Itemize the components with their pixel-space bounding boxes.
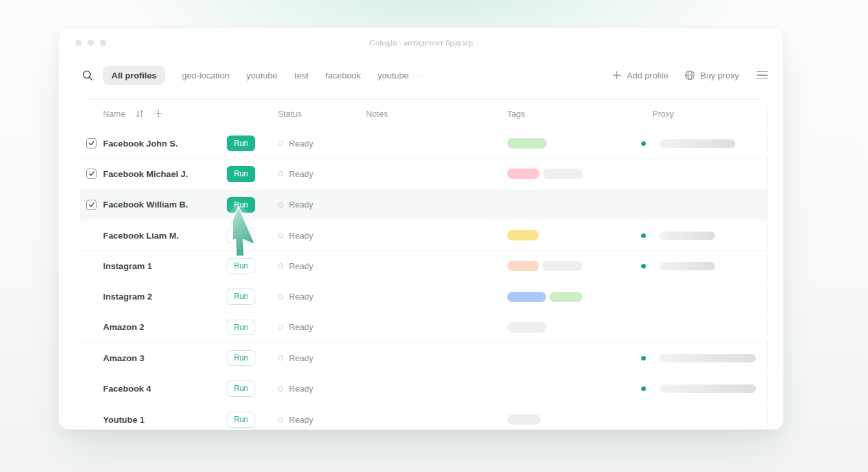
status-cell: Ready bbox=[276, 200, 361, 209]
profiles-table: Name Status Note bbox=[80, 99, 768, 430]
proxy-status-dot bbox=[641, 141, 646, 146]
run-button[interactable]: Run bbox=[227, 412, 255, 427]
tag-pill bbox=[507, 138, 547, 148]
add-profile-label: Add profile bbox=[626, 71, 668, 80]
run-button[interactable]: Run bbox=[227, 228, 255, 243]
proxy-placeholder-bar bbox=[659, 354, 756, 362]
run-button[interactable]: Run bbox=[227, 289, 255, 304]
status-cell: Ready bbox=[276, 139, 361, 148]
status-label: Ready bbox=[289, 353, 314, 363]
tab-youtube-2[interactable]: youtube bbox=[246, 66, 277, 85]
status-cell: Ready bbox=[276, 322, 361, 332]
proxy-cell bbox=[640, 231, 767, 240]
tags-cell bbox=[507, 138, 640, 148]
proxy-cell bbox=[640, 354, 767, 362]
run-button[interactable]: Run bbox=[227, 197, 255, 213]
table-row[interactable]: Facebook Liam M. Run Ready bbox=[80, 220, 767, 251]
profile-name: Facebook Michael J. bbox=[103, 169, 227, 179]
table-row[interactable]: Instagram 1 Run Ready bbox=[80, 251, 767, 281]
menu-button[interactable] bbox=[755, 70, 769, 81]
table-header: Name Status Note bbox=[80, 100, 767, 128]
titlebar: Gologin - антидетект браузер bbox=[59, 28, 783, 58]
plus-icon bbox=[154, 109, 163, 119]
tab-facebook-4[interactable]: facebook bbox=[325, 66, 361, 85]
status-label: Ready bbox=[289, 261, 314, 271]
tags-cell bbox=[507, 322, 640, 333]
column-header-status[interactable]: Status bbox=[276, 109, 361, 119]
tag-pill bbox=[507, 414, 541, 425]
plus-icon bbox=[612, 71, 621, 80]
tags-cell bbox=[507, 292, 640, 302]
run-button[interactable]: Run bbox=[227, 258, 255, 274]
run-button[interactable]: Run bbox=[227, 166, 255, 182]
status-ring-icon bbox=[278, 325, 283, 330]
tab-youtube-5[interactable]: youtube bbox=[378, 66, 409, 85]
row-checkbox[interactable] bbox=[86, 138, 97, 148]
status-label: Ready bbox=[289, 231, 314, 241]
proxy-status-dot bbox=[641, 264, 646, 268]
run-button[interactable]: Run bbox=[227, 136, 255, 151]
tab-all-profiles-0[interactable]: All profiles bbox=[103, 66, 165, 85]
add-profile-button[interactable]: Add profile bbox=[612, 71, 668, 80]
proxy-status-dot bbox=[641, 386, 646, 391]
hamburger-icon bbox=[757, 71, 768, 73]
more-tabs-button[interactable]: ··· bbox=[413, 71, 425, 80]
status-ring-icon bbox=[278, 171, 283, 176]
toolbar-actions: Add profile Buy proxy bbox=[612, 70, 769, 81]
column-header-tags[interactable]: Tags bbox=[507, 109, 640, 119]
buy-proxy-label: Buy proxy bbox=[700, 71, 739, 80]
tag-pill bbox=[542, 261, 582, 271]
tab-test-3[interactable]: test bbox=[294, 66, 308, 85]
run-button[interactable]: Run bbox=[227, 350, 255, 366]
profile-name: Facebook Liam M. bbox=[103, 231, 227, 241]
tag-pill bbox=[507, 322, 547, 333]
search-icon bbox=[82, 70, 93, 81]
column-header-notes[interactable]: Notes bbox=[361, 109, 507, 119]
search-button[interactable] bbox=[82, 70, 93, 81]
table-row[interactable]: Amazon 2 Run Ready bbox=[80, 313, 767, 343]
table-row[interactable]: Facebook 4 Run Ready bbox=[80, 373, 767, 404]
table-row[interactable]: Facebook John S. Run Ready bbox=[80, 128, 767, 159]
status-ring-icon bbox=[278, 233, 283, 238]
tag-pill bbox=[507, 292, 546, 302]
tag-pill bbox=[549, 292, 582, 302]
buy-proxy-button[interactable]: Buy proxy bbox=[685, 70, 739, 80]
status-ring-icon bbox=[278, 355, 283, 360]
status-cell: Ready bbox=[276, 169, 361, 179]
profile-name: Facebook William B. bbox=[103, 200, 227, 209]
profile-name: Amazon 3 bbox=[103, 353, 227, 363]
proxy-placeholder-bar bbox=[659, 384, 756, 393]
add-column-button[interactable] bbox=[154, 109, 163, 119]
table-row[interactable]: Instagram 2 Run Ready bbox=[80, 281, 767, 312]
table-row[interactable]: Facebook William B. Run Ready bbox=[80, 190, 767, 220]
row-checkbox[interactable] bbox=[86, 200, 97, 210]
run-button[interactable]: Run bbox=[227, 320, 255, 335]
table-body: Facebook John S. Run Ready Facebook Mich… bbox=[80, 128, 767, 430]
proxy-placeholder-bar bbox=[659, 262, 715, 270]
table-row[interactable]: Facebook Michael J. Run Ready bbox=[80, 159, 767, 189]
checkmark-icon bbox=[89, 141, 95, 146]
status-ring-icon bbox=[278, 202, 283, 207]
checkmark-icon bbox=[89, 171, 95, 176]
column-header-name[interactable]: Name bbox=[103, 109, 126, 119]
column-header-proxy[interactable]: Proxy bbox=[640, 109, 767, 119]
proxy-status-dot bbox=[641, 233, 646, 238]
status-label: Ready bbox=[289, 292, 314, 301]
status-cell: Ready bbox=[276, 292, 361, 301]
proxy-cell bbox=[640, 384, 767, 393]
app-window: Gologin - антидетект браузер All profile… bbox=[58, 27, 784, 430]
row-checkbox[interactable] bbox=[86, 169, 97, 179]
tags-cell bbox=[507, 261, 640, 271]
table-row[interactable]: Amazon 3 Run Ready bbox=[80, 343, 767, 373]
profile-name: Instagram 1 bbox=[103, 261, 227, 271]
profile-name: Facebook John S. bbox=[103, 139, 227, 148]
table-row[interactable]: Youtube 1 Run Ready bbox=[80, 405, 767, 430]
tab-geo-location-1[interactable]: geo-location bbox=[182, 66, 230, 85]
proxy-cell bbox=[640, 262, 767, 270]
sort-button[interactable] bbox=[135, 110, 144, 118]
globe-icon bbox=[685, 70, 695, 80]
profile-name: Youtube 1 bbox=[103, 415, 227, 425]
tag-pill bbox=[507, 169, 540, 179]
status-label: Ready bbox=[289, 139, 314, 148]
run-button[interactable]: Run bbox=[227, 381, 255, 396]
